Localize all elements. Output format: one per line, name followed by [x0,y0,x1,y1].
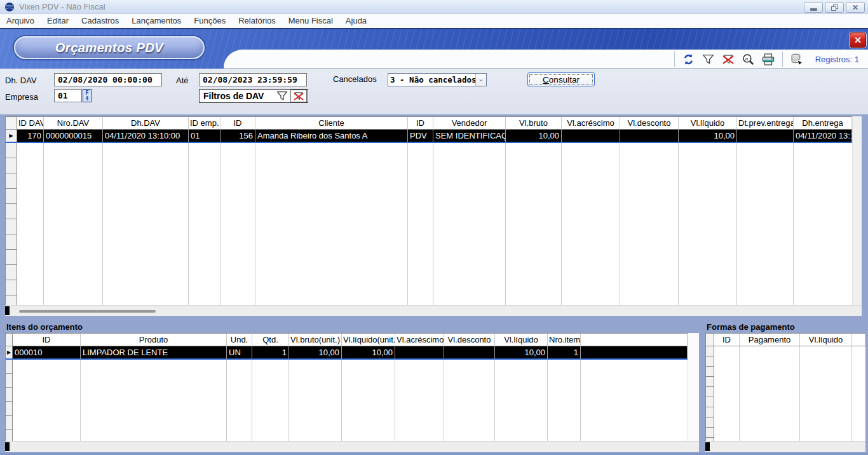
pagamentos-grid[interactable]: IDPagamentoVl.líquido [705,333,865,441]
empresa-input[interactable] [54,89,82,102]
column-header[interactable]: Dh.DAV [103,117,189,130]
column-header[interactable]: Cliente [255,117,408,130]
page-title-pill: Orçamentos PDV [14,36,205,59]
grid-cell[interactable]: Amanda Ribeiro dos Santos A [255,130,408,143]
ate-input[interactable] [199,73,307,86]
column-header[interactable]: Vl.acréscimo [562,117,620,130]
grid-cell[interactable]: 01 [189,130,220,143]
grid-cell[interactable]: 10,00 [679,130,737,143]
minimize-button[interactable] [804,2,823,13]
dh-dav-input[interactable] [54,73,162,86]
grid-cell[interactable]: 1 [548,346,581,360]
filter-button[interactable] [698,54,718,65]
close-form-button[interactable]: ✕ [850,32,866,48]
cancelados-select[interactable]: 3 - Não cancelados ⌄ [388,73,487,86]
restore-button[interactable] [825,2,844,13]
grid-cell[interactable]: 1 [252,346,289,360]
menu-relatorios[interactable]: Relatórios [232,14,282,28]
grid-cell[interactable]: 10,00 [506,130,562,143]
grid-cell[interactable]: 0000000015 [44,130,103,143]
menu-ajuda[interactable]: Ajuda [339,14,373,28]
column-header[interactable]: Vl.desconto [444,334,495,346]
column-header[interactable]: Vl.acréscimo [395,334,444,346]
menu-lancamentos[interactable]: Lançamentos [125,14,187,28]
column-header[interactable]: Produto [81,334,227,346]
menu-funcoes[interactable]: Funções [187,14,232,28]
column-header[interactable]: Vl.bruto [506,117,562,130]
grid-cell[interactable]: 170 [17,130,44,143]
column-header[interactable] [581,334,688,346]
column-header[interactable]: ID [13,334,81,346]
itens-grid[interactable]: IDProdutoUnd.Qtd.Vl.bruto(unit.)Vl.líqui… [5,333,688,441]
column-header[interactable]: Dh.entrega [794,117,852,130]
menu-cadastros[interactable]: Cadastros [75,14,125,28]
grid-cell[interactable]: 04/11/2020 13:11 [794,130,852,143]
empresa-label: Empresa [5,92,38,102]
column-header[interactable]: Und. [227,334,252,346]
grid-cell[interactable]: SEM IDENTIFICAÇÃO [433,130,506,143]
column-header[interactable] [852,334,865,346]
orcamentos-horizontal-scrollbar[interactable] [5,305,862,316]
grid-cell[interactable] [444,346,495,360]
column-header[interactable]: ID [220,117,255,130]
column-header[interactable]: ID [408,117,433,130]
grid-cell[interactable]: UN [227,346,252,360]
column-header[interactable]: Nro.item [548,334,581,346]
empresa-lookup-f4-button[interactable]: F4 [83,89,92,102]
scrollbar-corner-block [5,306,10,315]
pagamentos-title: Formas de pagamento [707,322,795,332]
grid-body-column [562,143,620,305]
column-header[interactable]: Dt.prev.entrega [737,117,794,130]
column-header[interactable]: ID [714,334,740,346]
grid-cell[interactable]: 04/11/2020 13:10:00 [103,130,189,143]
gutter-box [6,189,17,204]
scrollbar-thumb[interactable] [19,310,156,313]
itens-title: Itens do orçamento [6,322,83,332]
column-header[interactable]: Pagamento [740,334,800,346]
grid-cell[interactable]: 10,00 [289,346,342,360]
grid-cell[interactable]: 10,00 [495,346,548,360]
grid-cell[interactable] [620,130,679,143]
menu-editar[interactable]: Editar [41,14,75,28]
menu-arquivo[interactable]: Arquivo [0,14,41,28]
print-button[interactable] [758,53,778,65]
filter-icon [702,54,714,65]
grid-cell[interactable] [737,130,794,143]
column-header[interactable]: Qtd. [252,334,289,346]
cancelados-value: 3 - Não cancelados [388,75,475,85]
menu-menu-fiscal[interactable]: Menu Fiscal [282,14,339,28]
grid-cell[interactable]: LIMPADOR DE LENTE [81,346,227,360]
column-header[interactable]: ID DAV [17,117,44,130]
column-header[interactable]: Vl.líquido(unit.) [342,334,395,346]
consultar-button[interactable]: Consultar [527,72,595,86]
orcamentos-vertical-scrollbar[interactable] [852,116,862,305]
chevron-down-icon[interactable]: ⌄ [475,74,486,86]
column-header[interactable]: Nro.DAV [44,117,103,130]
grid-cell[interactable] [581,346,688,360]
zoom-button[interactable]: n [738,53,758,65]
filter-clear-button[interactable] [718,54,738,65]
grid-cell[interactable]: PDV [408,130,433,143]
column-header[interactable]: Vl.líquido [800,334,852,346]
dav-filter-clear-button[interactable] [290,90,307,102]
grid-cell[interactable]: 156 [220,130,255,143]
refresh-button[interactable] [679,53,698,65]
column-header[interactable]: Vl.líquido [679,117,737,130]
window-close-button[interactable]: ✕ [846,2,865,13]
gutter-box [6,234,17,250]
column-header[interactable]: Vl.bruto(unit.) [289,334,342,346]
column-header[interactable]: Vl.desconto [620,117,679,130]
pagamentos-horizontal-scrollbar[interactable] [705,441,865,452]
itens-vertical-scrollbar[interactable] [688,333,699,441]
grid-cell[interactable] [562,130,620,143]
database-button[interactable] [787,53,806,65]
grid-cell[interactable]: 000010 [13,346,81,360]
grid-cell[interactable]: 10,00 [342,346,395,360]
orcamentos-grid[interactable]: ID DAVNro.DAVDh.DAVID emp.IDClienteIDVen… [5,116,852,305]
column-header[interactable]: Vl.líquido [495,334,548,346]
dav-filter-button[interactable] [274,90,290,102]
itens-horizontal-scrollbar[interactable] [5,441,699,452]
column-header[interactable]: Vendedor [433,117,506,130]
column-header[interactable]: ID emp. [189,117,220,130]
grid-cell[interactable] [395,346,444,360]
